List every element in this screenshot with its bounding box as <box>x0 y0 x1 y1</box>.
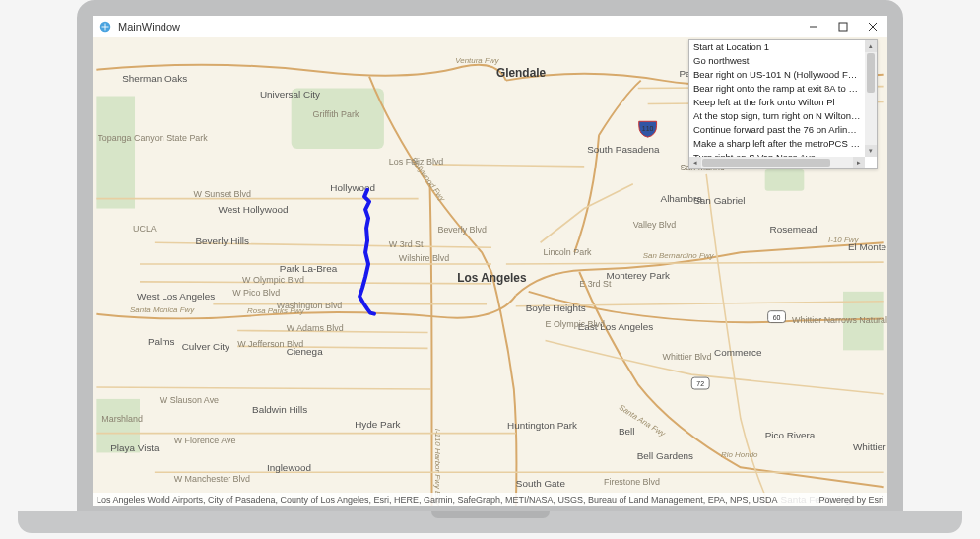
titlebar: MainWindow <box>93 16 887 38</box>
st-slauson: W Slauson Ave <box>160 395 219 405</box>
label-griffith: Griffith Park <box>313 109 359 119</box>
app-icon <box>98 20 112 34</box>
scroll-thumb[interactable] <box>702 159 830 167</box>
label-west-hollywood: West Hollywood <box>219 205 289 216</box>
scroll-thumb[interactable] <box>867 53 875 93</box>
scroll-up-button[interactable]: ▴ <box>865 40 877 52</box>
powered-by: Powered by Esri <box>818 495 883 505</box>
label-commerce: Commerce <box>714 347 762 358</box>
st-beverly: Beverly Blvd <box>437 225 487 235</box>
attribution-bar: Los Angeles World Airports, City of Pasa… <box>93 493 887 506</box>
directions-panel[interactable]: Start at Location 1 Go northwest Bear ri… <box>688 39 878 169</box>
st-olympicE: E Olympic Blvd <box>546 319 605 329</box>
st-pico: W Pico Blvd <box>232 288 280 298</box>
svg-text:60: 60 <box>773 314 781 321</box>
label-ucla: UCLA <box>133 224 157 234</box>
fwy-santamon: Santa Monica Fwy <box>130 305 195 314</box>
list-item[interactable]: Bear right onto the ramp at exit 8A to S… <box>689 82 865 96</box>
label-lincoln: Lincoln Park <box>544 247 593 257</box>
st-olympic: W Olympic Blvd <box>242 275 304 285</box>
label-palms: Palms <box>148 336 175 347</box>
st-florence: W Florence Ave <box>174 436 236 445</box>
st-3rdE: E 3rd St <box>579 279 612 289</box>
label-whittier-narrows: Whittier Narrows Natural Area <box>792 315 887 325</box>
label-beverly-hills: Beverly Hills <box>196 236 250 246</box>
label-whittier: Whittier <box>853 441 886 452</box>
label-park-la-brea: Park La-Brea <box>280 263 338 274</box>
st-manchester: W Manchester Blvd <box>174 474 250 484</box>
label-los-angeles: Los Angeles <box>457 271 527 285</box>
horizontal-scrollbar[interactable]: ◂ ▸ <box>689 157 865 168</box>
list-item[interactable]: At the stop sign, turn right on N Wilton… <box>689 109 865 123</box>
fwy-ventura: Ventura Fwy <box>455 56 499 65</box>
list-item[interactable]: Start at Location 1 <box>689 40 865 54</box>
label-san-gabriel: San Gabriel <box>693 195 745 206</box>
st-firestone: Firestone Blvd <box>604 477 660 487</box>
label-south-gate: South Gate <box>516 478 566 489</box>
fwy-sanbern: San Bernardino Fwy <box>643 251 715 260</box>
close-button[interactable] <box>858 16 887 37</box>
label-bell: Bell <box>619 426 635 437</box>
shield-72: 72 <box>691 377 709 389</box>
label-huntington-park: Huntington Park <box>507 420 577 431</box>
label-west-la: West Los Angeles <box>137 291 215 302</box>
directions-list[interactable]: Start at Location 1 Go northwest Bear ri… <box>689 40 865 157</box>
svg-rect-5 <box>96 97 135 209</box>
label-marshland: Marshland <box>101 414 143 424</box>
scroll-down-button[interactable]: ▾ <box>865 145 877 157</box>
st-whittier: Whittier Blvd <box>663 352 712 362</box>
list-item[interactable]: Make a sharp left after the metroPCS on … <box>689 137 865 151</box>
svg-rect-2 <box>839 23 847 31</box>
label-bell-gardens: Bell Gardens <box>637 450 693 461</box>
st-sunset: W Sunset Blvd <box>194 189 251 199</box>
st-valley: Valley Blvd <box>633 220 676 230</box>
svg-rect-8 <box>765 169 805 191</box>
list-item[interactable]: Go northwest <box>689 54 865 68</box>
label-baldwin: Baldwin Hills <box>252 404 307 415</box>
maximize-button[interactable] <box>828 16 858 37</box>
st-wash: Washington Blvd <box>277 301 343 310</box>
map-view[interactable]: Los Angeles Glendale Sherman Oaks Univer… <box>93 37 887 506</box>
label-culver: Culver City <box>182 341 229 352</box>
svg-text:110: 110 <box>642 125 654 132</box>
label-south-pasadena: South Pasadena <box>587 144 660 155</box>
st-3rdW: W 3rd St <box>389 239 424 249</box>
attribution-text: Los Angeles World Airports, City of Pasa… <box>97 495 778 505</box>
shield-60: 60 <box>768 311 786 323</box>
label-boyle: Boyle Heights <box>526 303 586 313</box>
label-sherman-oaks: Sherman Oaks <box>122 73 187 84</box>
label-universal-city: Universal City <box>260 89 320 100</box>
scroll-right-button[interactable]: ▸ <box>853 157 865 168</box>
list-item[interactable]: Continue forward past the 76 on Arlingto… <box>689 123 865 137</box>
st-jeff: W Jefferson Blvd <box>237 339 303 349</box>
label-glendale: Glendale <box>496 66 547 80</box>
st-wilshire: Wilshire Blvd <box>399 253 450 263</box>
label-monterey: Monterey Park <box>607 270 670 281</box>
label-hyde: Hyde Park <box>355 419 400 430</box>
window-title: MainWindow <box>118 21 799 33</box>
st-losfeliz: Los Feliz Blvd <box>389 157 443 167</box>
laptop-base <box>18 511 962 533</box>
minimize-button[interactable] <box>799 16 828 37</box>
scroll-left-button[interactable]: ◂ <box>689 157 701 168</box>
river-rio-hondo: Rio Hondo <box>721 450 758 459</box>
label-inglewood: Inglewood <box>267 462 311 473</box>
list-item[interactable]: Bear right on US-101 N (Hollywood Fwy) <box>689 68 865 82</box>
label-rosemead: Rosemead <box>770 224 817 235</box>
label-pico-rivera: Pico Rivera <box>765 430 816 440</box>
vertical-scrollbar[interactable]: ▴ ▾ <box>865 40 877 157</box>
list-item[interactable]: Keep left at the fork onto Wilton Pl <box>689 96 865 109</box>
st-adams: W Adams Blvd <box>287 323 344 333</box>
svg-text:72: 72 <box>696 380 704 387</box>
label-playa: Playa Vista <box>110 442 160 453</box>
label-topanga: Topanga Canyon State Park <box>98 133 208 143</box>
fwy-i10: I-10 Fwy <box>828 236 859 244</box>
